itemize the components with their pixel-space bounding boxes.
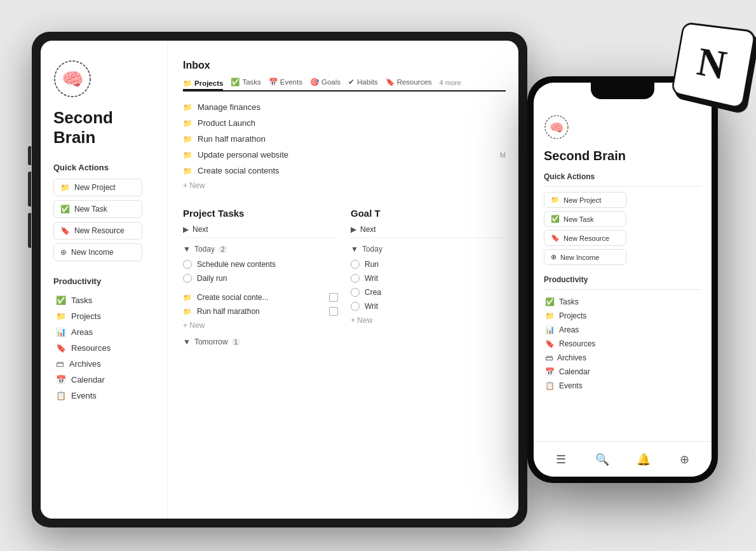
tomorrow-group-label: ▼ Tomorrow 1 [183,337,338,346]
calendar-nav-label: Calendar [71,375,105,384]
new-resource-button[interactable]: 🔖 New Resource [53,222,142,240]
inbox-item-3[interactable]: 📁 Update personal website M [183,147,506,163]
phone-calendar-label: Calendar [559,367,590,376]
phone-sidebar-projects[interactable]: 📁 Projects [544,309,701,323]
new-task-button[interactable]: ✅ New Task [53,200,142,218]
new-project-button[interactable]: 📁 New Project [53,179,142,196]
goal-task-label: Run [365,260,379,269]
sidebar-item-projects[interactable]: 📁 Projects [53,308,154,324]
tab-tasks[interactable]: ✅ Tasks [231,78,260,88]
quick-actions-section: Quick Actions 📁 New Project ✅ New Task 🔖… [53,163,154,261]
phone-sidebar-tasks[interactable]: ✅ Tasks [544,295,701,309]
phone-tasks-label: Tasks [559,297,579,306]
inbox-item-1[interactable]: 📁 Product Launch [183,115,506,131]
search-icon[interactable]: 🔍 [591,448,614,471]
phone-sidebar-events[interactable]: 📋 Events [544,379,701,393]
sidebar-item-tasks[interactable]: ✅ Tasks [53,292,154,308]
task-checkbox[interactable] [183,274,192,283]
goal-task-3[interactable]: Writ [351,299,506,313]
phone-new-income-button[interactable]: ⊕ New Income [544,249,626,265]
phone-new-project-button[interactable]: 📁 New Project [544,192,626,208]
phone-check-icon: ✅ [551,215,560,223]
sidebar-item-archives[interactable]: 🗃 Archives [53,356,154,372]
project-tasks-section: Project Tasks ▶ Next ▼ Today 2 Sch [183,208,338,350]
linked-task-checkbox[interactable] [329,307,338,316]
goal-task-checkbox[interactable] [351,260,360,269]
tasks-nav-label: Tasks [71,296,92,305]
tab-habits-icon: ✔ [348,78,354,86]
phone-new-resource-label: New Resource [564,235,609,242]
phone-notch [591,83,654,99]
sidebar-item-areas[interactable]: 📊 Areas [53,324,154,340]
tab-resources[interactable]: 🔖 Resources [386,78,432,88]
phone-new-task-button[interactable]: ✅ New Task [544,211,626,227]
productivity-label: Productivity [53,276,154,286]
inbox-folder-icon: 📁 [183,119,192,128]
tab-projects-icon: 📁 [183,79,192,88]
phone-page-title: Second Brain [544,149,701,163]
goal-task-checkbox[interactable] [351,288,360,297]
phone-sidebar-areas[interactable]: 📊 Areas [544,323,701,337]
task-checkbox[interactable] [183,260,192,269]
menu-icon[interactable]: ☰ [550,448,572,471]
tab-events[interactable]: 📅 Events [269,78,302,88]
tab-more[interactable]: 4 more [440,79,461,86]
tab-habits[interactable]: ✔ Habits [348,78,378,88]
inbox-folder-icon: 📁 [183,167,192,175]
add-icon[interactable]: ⊕ [673,448,696,471]
phone-new-task-label: New Task [564,215,593,223]
goal-filter-next[interactable]: Next [360,225,376,234]
tab-tasks-icon: ✅ [231,78,240,86]
inbox-item-4[interactable]: 📁 Create social contents [183,163,506,179]
sidebar-item-calendar[interactable]: 📅 Calendar [53,372,154,388]
task-row-1[interactable]: Daily run [183,271,338,285]
notification-icon[interactable]: 🔔 [632,448,655,471]
phone-events-icon: 📋 [545,381,555,390]
phone-content: 🧠 Second Brain Quick Actions 📁 New Proje… [534,83,712,441]
goal-task-checkbox[interactable] [351,302,360,311]
phone-new-resource-button[interactable]: 🔖 New Resource [544,230,626,246]
resources-nav-label: Resources [71,343,111,353]
linked-task-0[interactable]: 📁 Create social conte... [183,290,338,304]
linked-task-1[interactable]: 📁 Run half marathon [183,304,338,318]
task-label: Schedule new contents [197,260,276,269]
tab-projects[interactable]: 📁 Projects [183,79,223,90]
inbox-item-label: Update personal website [198,150,288,160]
new-resource-label: New Resource [74,226,125,235]
phone-sidebar-calendar[interactable]: 📅 Calendar [544,365,701,379]
phone-folder-icon: 📁 [551,196,560,204]
phone-events-label: Events [559,381,583,390]
phone-sidebar-archives[interactable]: 🗃 Archives [544,351,701,365]
goal-task-label: Crea [365,288,381,297]
tab-goals[interactable]: 🎯 Goals [310,78,341,88]
sidebar-item-events[interactable]: 📋 Events [53,388,154,404]
tab-goals-icon: 🎯 [310,78,319,86]
task-label: Daily run [197,274,227,283]
svg-text:🧠: 🧠 [62,69,84,90]
inbox-section: Inbox 📁 Projects ✅ Tasks 📅 Events [183,60,506,193]
inbox-add-new[interactable]: + New [183,179,506,193]
phone-sidebar-resources[interactable]: 🔖 Resources [544,337,701,351]
goal-add-new[interactable]: + New [351,313,506,327]
today-count: 2 [219,246,227,253]
linked-task-checkbox[interactable] [329,293,338,302]
sidebar-item-resources[interactable]: 🔖 Resources [53,340,154,356]
inbox-item-0[interactable]: 📁 Manage finances [183,99,506,115]
goal-task-label: Writ [365,274,378,283]
projects-icon: 📁 [56,311,66,321]
inbox-item-2[interactable]: 📁 Run half marathon [183,131,506,147]
tab-resources-icon: 🔖 [386,78,395,86]
new-income-button[interactable]: ⊕ New Income [53,243,142,261]
resources-icon: 🔖 [56,343,66,353]
bookmark-icon: 🔖 [60,226,70,235]
phone-projects-icon: 📁 [545,311,555,320]
goal-task-0[interactable]: Run [351,257,506,271]
goal-task-2[interactable]: Crea [351,285,506,299]
tasks-grid: Project Tasks ▶ Next ▼ Today 2 Sch [183,208,506,350]
archives-nav-label: Archives [69,359,101,369]
goal-task-1[interactable]: Writ [351,271,506,285]
project-filter-next[interactable]: Next [192,225,208,234]
goal-task-checkbox[interactable] [351,274,360,283]
task-row-0[interactable]: Schedule new contents [183,257,338,271]
tasks-add-new[interactable]: + New [183,318,338,332]
